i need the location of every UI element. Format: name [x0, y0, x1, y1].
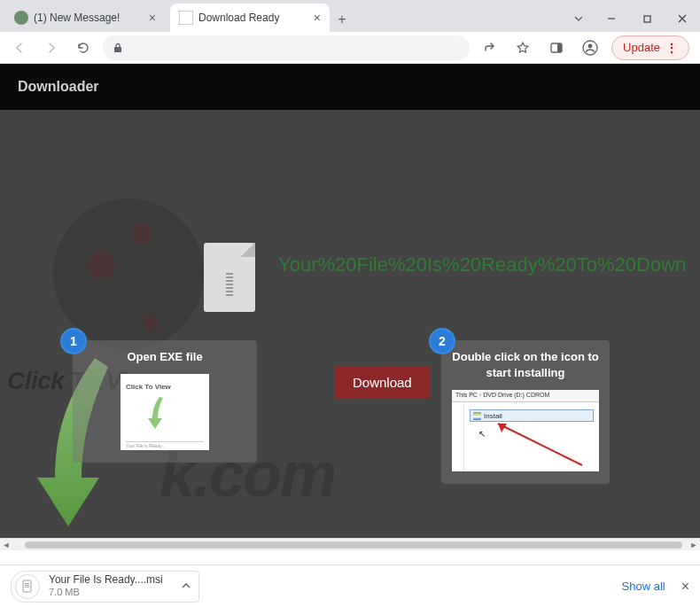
file-icon	[20, 580, 35, 594]
svg-rect-11	[25, 587, 29, 588]
thumb-footer: Your File Is Ready...	[126, 441, 204, 447]
chevron-up-icon[interactable]	[181, 579, 191, 595]
step-card: 2 Double click on the icon to start inst…	[441, 340, 610, 484]
browser-tab[interactable]: Download Ready ×	[170, 4, 330, 32]
reload-button[interactable]	[71, 35, 96, 60]
update-button[interactable]: Update ⋮	[611, 35, 689, 60]
download-filename: Your File Is Ready....msi	[49, 574, 163, 587]
svg-rect-4	[557, 43, 562, 52]
browser-tab[interactable]: (1) New Message! ×	[5, 4, 165, 32]
show-all-link[interactable]: Show all	[622, 580, 665, 593]
step-title: Double click on the icon to start instal…	[452, 349, 599, 381]
svg-line-7	[498, 424, 582, 465]
window-minimize-button[interactable]	[594, 5, 629, 32]
download-item[interactable]: Your File Is Ready....msi 7.0 MB	[11, 571, 199, 603]
svg-rect-8	[23, 580, 31, 592]
download-button[interactable]: Download	[335, 366, 430, 399]
page-header-title: Downloader	[18, 79, 99, 95]
tab-favicon	[14, 11, 28, 25]
page-headline: Your%20File%20Is%20Ready%20To%20Down	[278, 253, 686, 276]
tab-dropdown-icon[interactable]	[571, 5, 587, 32]
thumb-text: Click To View	[126, 383, 171, 391]
new-tab-button[interactable]: +	[330, 7, 354, 32]
page-content: Downloader Click To View k.com Your%20Fi…	[0, 64, 700, 550]
svg-rect-1	[644, 16, 650, 22]
bookmark-icon[interactable]	[510, 35, 535, 60]
step-title: Open EXE file	[83, 349, 246, 365]
page-header: Downloader	[0, 64, 700, 110]
svg-rect-9	[25, 583, 29, 584]
step-number-badge: 1	[60, 328, 87, 354]
cursor-icon: ↖	[478, 429, 486, 439]
scroll-left-icon[interactable]: ◄	[0, 541, 12, 549]
close-icon[interactable]: ×	[314, 11, 321, 25]
back-button[interactable]	[7, 35, 32, 60]
page-viewport: Downloader Click To View k.com Your%20Fi…	[0, 64, 700, 550]
download-size: 7.0 MB	[49, 587, 163, 598]
step-thumbnail: This PC›DVD Drive (D:) CDROM Install ↖	[452, 390, 599, 471]
tab-title: Download Ready	[198, 12, 279, 24]
browser-titlebar: (1) New Message! × Download Ready × +	[0, 0, 700, 32]
arrow-pointer-icon	[489, 416, 587, 470]
browser-toolbar: Update ⋮	[0, 32, 700, 64]
lock-icon	[112, 42, 124, 54]
file-icon	[204, 243, 255, 312]
window-maximize-button[interactable]	[629, 5, 665, 32]
svg-rect-10	[25, 585, 29, 586]
scrollbar-thumb[interactable]	[25, 541, 682, 549]
thumb-breadcrumb: This PC›DVD Drive (D:) CDROM	[452, 390, 599, 402]
arrow-down-icon	[145, 395, 165, 431]
menu-dots-icon: ⋮	[665, 41, 678, 55]
update-label: Update	[623, 41, 660, 54]
tab-favicon	[179, 11, 193, 25]
watermark-logo	[53, 198, 204, 349]
step-number-badge: 2	[429, 328, 455, 354]
side-panel-icon[interactable]	[544, 35, 569, 60]
scroll-right-icon[interactable]: ►	[688, 541, 700, 549]
forward-button[interactable]	[39, 35, 64, 60]
close-icon[interactable]: ×	[681, 579, 689, 595]
share-icon[interactable]	[477, 35, 502, 60]
download-shelf: Your File Is Ready....msi 7.0 MB Show al…	[0, 564, 700, 607]
address-bar[interactable]	[103, 35, 470, 60]
step-thumbnail: Click To View Your File Is Ready...	[121, 374, 209, 450]
close-icon[interactable]: ×	[149, 11, 156, 25]
installer-icon	[473, 412, 481, 420]
profile-icon[interactable]	[578, 35, 603, 60]
svg-point-6	[588, 43, 593, 48]
horizontal-scrollbar[interactable]: ◄ ►	[0, 538, 700, 550]
window-close-button[interactable]	[665, 5, 700, 32]
svg-rect-2	[114, 47, 121, 52]
tab-title: (1) New Message!	[34, 12, 120, 24]
step-card: 1 Open EXE file Click To View Your File …	[73, 340, 257, 463]
